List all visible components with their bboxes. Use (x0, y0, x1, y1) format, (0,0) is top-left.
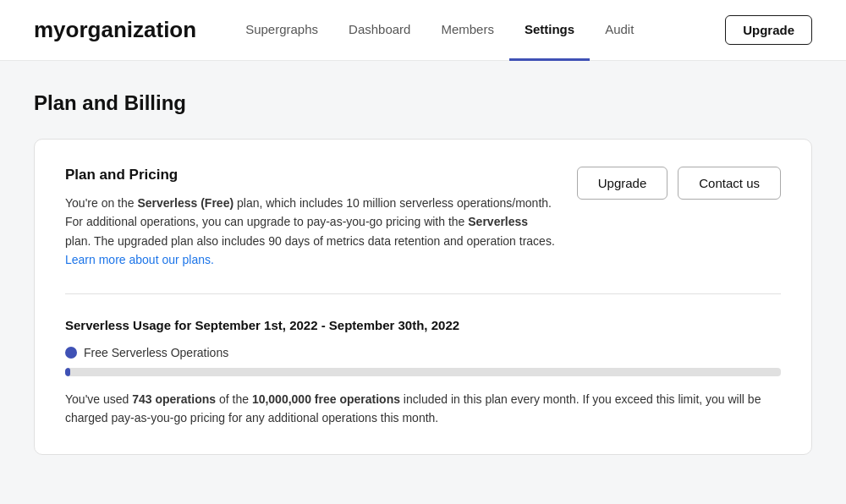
main-nav: Supergraphs Dashboard Members Settings A… (230, 0, 691, 60)
plan-pricing-actions: Upgrade Contact us (577, 167, 781, 200)
upgrade-button[interactable]: Upgrade (577, 167, 668, 200)
nav-item-audit[interactable]: Audit (590, 0, 649, 61)
section-divider (65, 293, 781, 294)
header-upgrade-button[interactable]: Upgrade (725, 15, 812, 45)
page-title: Plan and Billing (34, 91, 812, 115)
legend-dot-icon (65, 347, 77, 359)
header: myorganization Supergraphs Dashboard Mem… (0, 0, 846, 61)
nav-item-settings[interactable]: Settings (509, 0, 590, 61)
usage-bold1: 743 operations (132, 392, 216, 406)
nav-item-members[interactable]: Members (426, 0, 509, 61)
learn-more-link[interactable]: Learn more about our plans. (65, 253, 214, 266)
nav-item-dashboard[interactable]: Dashboard (333, 0, 426, 61)
progress-bar-container (65, 368, 781, 376)
usage-desc-part2: of the (216, 392, 252, 406)
plan-pricing-section: Plan and Pricing You're on the Serverles… (65, 167, 781, 270)
desc-part1: You're on the (65, 196, 137, 210)
usage-desc-part1: You've used (65, 392, 132, 406)
progress-bar-fill (65, 368, 70, 376)
plan-pricing-text: Plan and Pricing You're on the Serverles… (65, 167, 557, 270)
billing-card: Plan and Pricing You're on the Serverles… (34, 139, 812, 455)
plan-pricing-description: You're on the Serverless (Free) plan, wh… (65, 194, 557, 270)
usage-title: Serverless Usage for September 1st, 2022… (65, 318, 781, 332)
page-content: Plan and Billing Plan and Pricing You're… (0, 61, 846, 485)
usage-legend: Free Serverless Operations (65, 346, 781, 359)
desc-bold1: Serverless (Free) (137, 196, 233, 210)
header-actions: Upgrade (725, 15, 812, 45)
usage-description: You've used 743 operations of the 10,000… (65, 390, 781, 428)
legend-label: Free Serverless Operations (84, 346, 228, 359)
contact-us-button[interactable]: Contact us (678, 167, 781, 200)
org-name: myorganization (34, 17, 196, 43)
usage-bold2: 10,000,000 free operations (252, 392, 400, 406)
usage-section: Serverless Usage for September 1st, 2022… (65, 318, 781, 428)
nav-item-supergraphs[interactable]: Supergraphs (230, 0, 333, 61)
desc-bold2: Serverless (468, 215, 528, 228)
plan-pricing-title: Plan and Pricing (65, 167, 557, 184)
desc-part3: plan. The upgraded plan also includes 90… (65, 234, 555, 248)
